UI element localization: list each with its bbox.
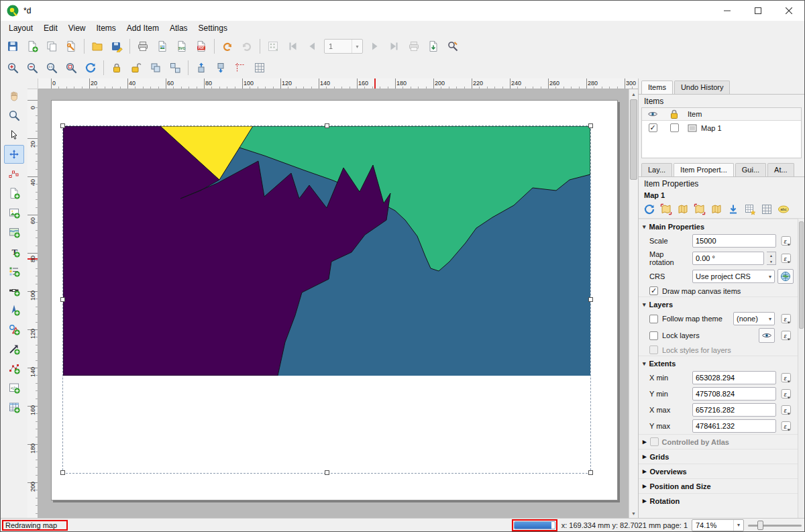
group-grids[interactable]: ▸Grids xyxy=(639,449,798,464)
selection-handle[interactable] xyxy=(588,470,593,475)
map-rotation-input[interactable] xyxy=(692,252,764,265)
group-position-and-size[interactable]: ▸Position and Size xyxy=(639,478,798,493)
add-map[interactable] xyxy=(4,223,24,242)
clipping-settings[interactable] xyxy=(759,201,775,217)
xmax-input[interactable] xyxy=(692,403,776,417)
selection-handle[interactable] xyxy=(325,470,329,475)
layout-viewport[interactable] xyxy=(38,89,629,518)
group-layers[interactable]: ▾ Layers xyxy=(639,297,798,311)
layers-visibility-button[interactable] xyxy=(759,328,775,343)
tab-gui[interactable]: Gui... xyxy=(735,163,766,176)
tab-at[interactable]: At... xyxy=(767,163,794,176)
selection-handle[interactable] xyxy=(588,123,593,128)
refresh-map-preview[interactable] xyxy=(641,201,657,217)
selection-handle[interactable] xyxy=(60,297,65,302)
previous-feature[interactable] xyxy=(303,37,321,56)
zoom-slider-thumb[interactable] xyxy=(757,521,763,530)
export-as-svg[interactable]: SVG xyxy=(172,37,191,56)
layout-manager[interactable] xyxy=(62,37,80,56)
unlock-all-items[interactable] xyxy=(127,58,146,77)
move-item-content-tool[interactable] xyxy=(4,145,24,164)
crs-combo[interactable]: Use project CRS▾ xyxy=(692,270,775,283)
ymin-data-defined-button[interactable]: ε xyxy=(779,387,794,401)
zoom-full[interactable] xyxy=(62,58,80,77)
menu-settings[interactable]: Settings xyxy=(193,22,233,34)
show-grid[interactable] xyxy=(250,58,269,77)
tab-lay[interactable]: Lay... xyxy=(641,163,672,176)
menu-layout[interactable]: Layout xyxy=(3,22,38,34)
new-layout[interactable] xyxy=(23,37,42,56)
zoom-tool[interactable] xyxy=(4,106,24,125)
refresh-view[interactable] xyxy=(81,58,100,77)
group-main-properties[interactable]: ▾ Main Properties xyxy=(639,219,798,233)
add-north-arrow[interactable] xyxy=(4,301,24,319)
redo[interactable] xyxy=(237,37,256,56)
xmax-data-defined-button[interactable]: ε xyxy=(779,403,794,417)
properties-scrollbar[interactable] xyxy=(798,219,804,518)
group-extents[interactable]: ▾ Extents xyxy=(639,356,798,370)
zoom-slider[interactable] xyxy=(748,520,802,531)
print-atlas[interactable] xyxy=(405,37,423,56)
pan-layout-tool[interactable] xyxy=(4,87,24,105)
vertical-scrollbar[interactable]: ▲ ▼ xyxy=(629,89,638,518)
select-move-item-tool[interactable] xyxy=(4,125,24,144)
add-items-from-template[interactable] xyxy=(88,37,107,56)
scrollbar-thumb[interactable] xyxy=(630,99,637,180)
selection-handle[interactable] xyxy=(325,123,329,128)
properties-scrollbar-thumb[interactable] xyxy=(799,221,804,329)
preview-atlas[interactable] xyxy=(264,37,282,56)
rotation-data-defined-button[interactable]: ε xyxy=(779,252,794,265)
labeling-settings[interactable]: abc xyxy=(775,201,792,217)
view-map-extent-in-canvas[interactable] xyxy=(675,201,691,217)
undo[interactable] xyxy=(218,37,237,56)
lock-checkbox[interactable] xyxy=(670,123,679,132)
update-map-preview[interactable] xyxy=(725,201,741,217)
print-layout[interactable] xyxy=(133,37,152,56)
rotation-stepper[interactable]: ▲▼ xyxy=(767,252,776,265)
group-overviews[interactable]: ▸Overviews xyxy=(639,464,798,478)
zoom-out[interactable] xyxy=(23,58,42,77)
ymax-input[interactable] xyxy=(692,419,776,433)
add-arrow[interactable] xyxy=(4,339,24,358)
tab-item-propert[interactable]: Item Propert... xyxy=(674,163,734,176)
maximize-button[interactable] xyxy=(743,1,773,21)
menu-add-item[interactable]: Add Item xyxy=(121,22,164,34)
manage-guides[interactable] xyxy=(231,58,250,77)
xmin-data-defined-button[interactable]: ε xyxy=(779,371,794,384)
export-atlas[interactable] xyxy=(424,37,443,56)
menu-view[interactable]: View xyxy=(63,22,91,34)
menu-items[interactable]: Items xyxy=(91,22,121,34)
selection-handle[interactable] xyxy=(588,297,593,302)
interactively-edit-map-extent[interactable] xyxy=(742,201,758,217)
lock-selected-items[interactable] xyxy=(107,58,126,77)
zoom-in[interactable] xyxy=(3,58,22,77)
add-page[interactable] xyxy=(4,184,24,203)
scroll-down-arrow[interactable]: ▼ xyxy=(629,509,638,518)
scale-data-defined-button[interactable]: ε xyxy=(779,234,794,248)
visibility-checkbox[interactable] xyxy=(649,123,657,132)
map-theme-combo[interactable]: (none)▾ xyxy=(733,312,775,325)
export-as-pdf[interactable]: PDF xyxy=(192,37,211,56)
add-legend[interactable] xyxy=(4,262,24,280)
first-feature[interactable] xyxy=(283,37,302,56)
minimize-button[interactable] xyxy=(712,1,743,21)
lock-layers-data-defined-button[interactable]: ε xyxy=(779,329,794,342)
close-button[interactable] xyxy=(773,1,804,21)
group-controlled-by-atlas[interactable]: ▸Controlled by Atlas xyxy=(639,434,798,449)
zoom-actual[interactable]: 1:1 xyxy=(42,58,61,77)
ungroup-items[interactable] xyxy=(166,58,184,77)
last-feature[interactable] xyxy=(385,37,404,56)
edit-nodes-item-tool[interactable] xyxy=(4,164,24,183)
zoom-level-combo[interactable]: 74.1%▾ xyxy=(692,519,744,531)
scale-input[interactable] xyxy=(692,234,776,248)
item-row-map1[interactable]: Map 1 xyxy=(642,121,801,135)
ymin-input[interactable] xyxy=(692,387,776,401)
add-html[interactable]: </> xyxy=(4,378,24,397)
add-label[interactable]: T xyxy=(4,242,24,261)
selection-handle[interactable] xyxy=(60,470,65,475)
save-project[interactable] xyxy=(3,37,22,56)
menu-edit[interactable]: Edit xyxy=(38,22,63,34)
menu-atlas[interactable]: Atlas xyxy=(164,22,193,34)
next-feature[interactable] xyxy=(366,37,384,56)
lock-layers-checkbox[interactable] xyxy=(649,331,658,340)
